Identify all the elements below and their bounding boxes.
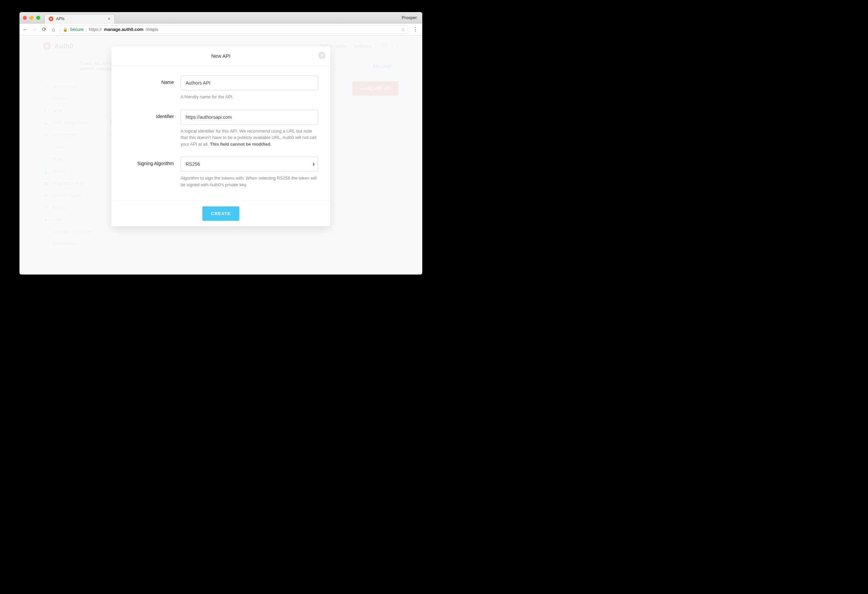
form-row-name: Name A friendly name for the API. xyxy=(124,75,318,100)
url-separator: | xyxy=(86,27,87,32)
form-row-identifier: Identifier A logical identifier for this… xyxy=(124,110,318,148)
algo-label: Signing Algorithm xyxy=(124,157,174,188)
chrome-profile[interactable]: Prosper xyxy=(402,15,419,20)
address-bar: ← → ⟳ ⌂ 🔒 Secure | https://manage.auth0.… xyxy=(19,24,422,35)
minimize-window-icon[interactable] xyxy=(30,16,34,20)
identifier-input[interactable] xyxy=(180,110,318,124)
page: Auth0 Talk to Sales kabiyesi ▾ ▭ Thank y… xyxy=(19,35,422,274)
url-domain: manage.auth0.com xyxy=(104,27,144,32)
tab-close-icon[interactable]: × xyxy=(108,16,111,22)
window-controls xyxy=(23,16,40,20)
modal-overlay[interactable]: New API ✕ Name A friendly name for the A… xyxy=(19,35,422,274)
modal-footer: CREATE xyxy=(111,201,330,226)
identifier-label: Identifier xyxy=(124,110,174,148)
algo-select[interactable]: RS256 ▴▾ xyxy=(180,157,318,171)
browser-tab[interactable]: APIs × xyxy=(44,14,115,24)
reload-button[interactable]: ⟳ xyxy=(41,26,47,32)
lock-icon: 🔒 xyxy=(63,27,68,32)
bookmark-star-icon[interactable]: ☆ xyxy=(401,27,405,32)
modal-title: New API xyxy=(211,53,230,59)
name-hint: A friendly name for the API. xyxy=(180,94,318,100)
secure-label: Secure xyxy=(70,27,84,32)
url-input[interactable]: 🔒 Secure | https://manage.auth0.com/#/ap… xyxy=(60,25,408,34)
select-caret-icon: ▴▾ xyxy=(313,162,314,166)
url-path: /#/apis xyxy=(145,27,158,32)
create-button[interactable]: CREATE xyxy=(202,206,239,221)
titlebar: APIs × Prosper xyxy=(19,12,422,24)
name-input[interactable] xyxy=(180,75,318,90)
new-api-modal: New API ✕ Name A friendly name for the A… xyxy=(111,46,330,226)
browser-window: APIs × Prosper ← → ⟳ ⌂ 🔒 Secure | https:… xyxy=(19,12,422,274)
tab-title: APIs xyxy=(56,16,105,21)
name-label: Name xyxy=(124,75,174,100)
algo-hint: Algorithm to sign the tokens with. When … xyxy=(180,175,318,188)
back-button[interactable]: ← xyxy=(22,27,28,32)
identifier-hint: A logical identifier for this API. We re… xyxy=(180,128,318,148)
forward-button[interactable]: → xyxy=(31,27,38,32)
form-row-algo: Signing Algorithm RS256 ▴▾ Algorithm to … xyxy=(124,157,318,188)
modal-close-icon[interactable]: ✕ xyxy=(318,52,326,59)
modal-body: Name A friendly name for the API. Identi… xyxy=(111,66,330,201)
browser-menu-icon[interactable]: ⋮ xyxy=(412,26,419,32)
close-window-icon[interactable] xyxy=(23,16,27,20)
algo-value: RS256 xyxy=(186,161,200,167)
home-button[interactable]: ⌂ xyxy=(50,27,56,32)
maximize-window-icon[interactable] xyxy=(36,16,40,20)
url-prefix: https:// xyxy=(89,27,102,32)
auth0-favicon-icon xyxy=(49,16,53,21)
modal-header: New API ✕ xyxy=(111,46,330,66)
